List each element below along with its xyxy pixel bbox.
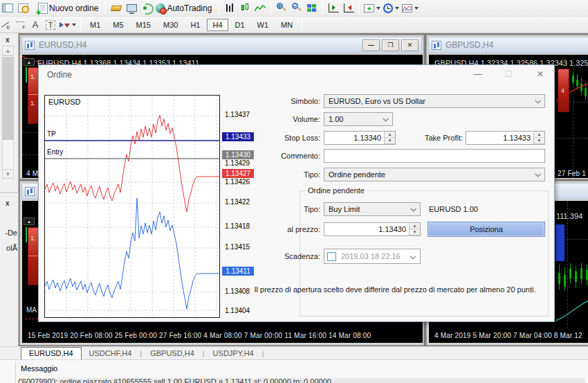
toolbar-separator — [302, 19, 302, 31]
zoom-out-icon: - — [292, 3, 302, 13]
symbol-label: Simbolo: — [248, 97, 320, 105]
scroll-down-icon[interactable]: ▼ — [2, 169, 14, 179]
timeframe-m15[interactable]: M15 — [131, 19, 156, 31]
add-indicator-icon: + — [364, 4, 374, 12]
order-type-select[interactable]: Ordine pendente — [324, 168, 545, 181]
auto-scroll-button[interactable] — [341, 1, 356, 15]
auto-scroll-icon — [344, 3, 354, 12]
indicator-line — [555, 298, 588, 322]
comment-input[interactable] — [324, 149, 545, 163]
charts-panel-icon[interactable] — [0, 1, 15, 15]
take-profit-label: Take Profit: — [390, 134, 463, 142]
equichannel-icon: E — [0, 20, 10, 30]
price-input[interactable]: 1.13430 ▲▼ — [324, 222, 421, 236]
dock-close-icon[interactable]: x — [6, 199, 10, 207]
new-order-button[interactable]: + Nuovo ordine — [37, 1, 102, 15]
scrollbar-thumb[interactable] — [2, 57, 14, 140]
take-profit-stepper[interactable]: ▲▼ — [533, 132, 544, 144]
price-stepper[interactable]: ▲▼ — [409, 223, 420, 235]
zoom-out-button[interactable]: - — [289, 1, 304, 15]
tab-usdchf-h4[interactable]: USDCHF,H4 — [82, 348, 140, 359]
tab-gbpusd-h4[interactable]: GBPUSD,H4 — [143, 348, 202, 359]
scale-price: 1.13422 — [225, 198, 250, 206]
timeframe-m5[interactable]: M5 — [107, 19, 129, 31]
volume-select[interactable]: 1.00 — [324, 112, 393, 126]
timeframe-mn[interactable]: MN — [275, 19, 298, 31]
equidistant-channel-button[interactable]: E — [0, 18, 12, 32]
candlestick-mode-button[interactable] — [237, 1, 252, 15]
line-studies-toolbar: E F A T M1 M5 M15 M30 H1 H4 D1 W1 MN — [0, 17, 588, 33]
order-dialog: Ordine — ☐ ✕ EURUSD TP Entry — [38, 64, 555, 322]
order-type-value: Ordine pendente — [329, 170, 385, 179]
autotrading-icon — [156, 3, 165, 13]
ask-tick-line — [45, 115, 219, 212]
terminal-icon[interactable] — [124, 1, 139, 15]
window-restore-button[interactable]: ❐ — [382, 39, 399, 51]
journal-row-clipped[interactable]: ('6007990'): ordine piazzato #10655555 s… — [18, 378, 585, 383]
chart-shift-button[interactable] — [326, 1, 341, 15]
timeframe-m1[interactable]: M1 — [84, 19, 106, 31]
window-minimize-button[interactable]: — — [362, 39, 380, 51]
periods-button[interactable] — [382, 1, 401, 15]
arrows-tool-button[interactable] — [58, 18, 77, 32]
take-profit-input[interactable]: 1.13433 ▲▼ — [466, 131, 545, 145]
timeframe-w1[interactable]: W1 — [252, 19, 275, 31]
journal-header: Messaggio — [21, 364, 57, 373]
timeframe-d1[interactable]: D1 — [230, 19, 250, 31]
stop-loss-label: Stop Loss: — [248, 134, 320, 142]
dropdown-caret-icon — [376, 7, 380, 10]
chart-tab-bar: EURUSD,H4 USDCHF,H4 | GBPUSD,H4 | USDJPY… — [0, 346, 588, 359]
pending-type-select[interactable]: Buy Limit — [324, 202, 421, 216]
tile-windows-button[interactable] — [304, 1, 320, 15]
arrows-icon — [59, 22, 70, 28]
dialog-minimize-button[interactable]: — — [469, 69, 487, 81]
fibonacci-button[interactable]: F — [12, 18, 28, 32]
depth-of-market-icon[interactable] — [109, 1, 124, 15]
one-click-trading-toggle[interactable]: ▲ — [24, 58, 35, 66]
zoom-in-button[interactable]: + — [274, 1, 289, 15]
tab-eurusd-h4[interactable]: EURUSD,H4 — [21, 347, 82, 359]
pending-type-value: Buy Limit — [329, 205, 360, 213]
scale-price: 1.13404 — [225, 307, 250, 314]
gold-icon — [111, 6, 122, 11]
one-click-trading-toggle[interactable]: ▲ — [24, 217, 35, 225]
window-close-button[interactable]: ✕ — [401, 39, 419, 51]
scale-price: 1.13415 — [225, 243, 250, 251]
line-chart-mode-button[interactable] — [252, 1, 268, 15]
stop-loss-input[interactable]: 1.13340 ▲▼ — [324, 131, 396, 145]
toolbar-separator — [322, 2, 323, 15]
scroll-up-icon[interactable]: ▲ — [2, 46, 14, 55]
templates-button[interactable] — [401, 1, 420, 15]
tile-icon — [307, 4, 317, 12]
expiry-checkbox[interactable] — [327, 252, 336, 261]
place-order-button[interactable]: Posiziona — [428, 222, 545, 237]
window-title: GBPUSD,H4 — [445, 40, 493, 50]
tab-usdjpy-h4[interactable]: USDJPY,H4 — [205, 348, 261, 359]
window-titlebar[interactable]: EURUSD,H4 — ❐ ✕ — [21, 37, 422, 53]
tick-chart-symbol: EURUSD — [48, 98, 80, 106]
dialog-maximize-button[interactable]: ☐ — [499, 69, 517, 81]
text-tool-button[interactable]: A — [28, 18, 43, 32]
pending-order-group-label: Ordine pendente — [305, 186, 367, 195]
print-preview-icon[interactable] — [15, 1, 30, 15]
window-titlebar[interactable]: GBPUSD,H4 — [428, 37, 588, 53]
expiry-select[interactable]: 2019.03.18 22:16 — [324, 249, 421, 264]
dock-close-icon[interactable]: x — [6, 36, 10, 44]
timeframe-m30[interactable]: M30 — [158, 19, 183, 31]
scale-price: 1.13418 — [225, 222, 250, 230]
text-label-tool-button[interactable]: T — [43, 18, 58, 32]
chart-window-icon — [25, 41, 35, 50]
dialog-close-button[interactable]: ✕ — [531, 69, 549, 81]
left-dock: x ▲ ▼ x -De olÃ — [0, 33, 19, 359]
symbol-select[interactable]: EURUSD, Euro vs US Dollar — [324, 94, 545, 108]
dialog-titlebar[interactable]: Ordine — ☐ ✕ — [39, 65, 554, 84]
signal-icon — [142, 3, 152, 13]
panel-icon — [2, 3, 13, 12]
indicators-button[interactable]: + — [362, 1, 382, 15]
bar-chart-mode-button[interactable] — [222, 1, 237, 15]
signals-icon[interactable] — [139, 1, 154, 15]
entry-line-label: Entry — [47, 148, 63, 156]
autotrading-button[interactable]: AutoTrading — [154, 1, 216, 15]
timeframe-h4[interactable]: H4 — [207, 19, 228, 31]
timeframe-h1[interactable]: H1 — [185, 19, 205, 31]
